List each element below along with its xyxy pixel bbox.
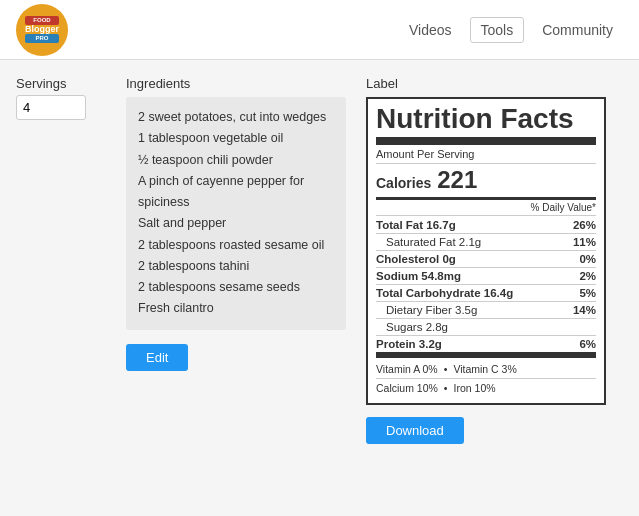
calories-row: Calories 221 <box>376 166 596 200</box>
ingredient-7: 2 tablespoons tahini <box>138 256 334 277</box>
ingredient-9: Fresh cilantro <box>138 298 334 319</box>
calcium: Calcium 10% <box>376 382 438 394</box>
nav-community[interactable]: Community <box>532 18 623 42</box>
logo-blogger: Blogger <box>25 25 59 35</box>
download-button[interactable]: Download <box>366 417 464 444</box>
row-protein: Protein 3.2g 6% <box>376 336 596 352</box>
ingredients-label: Ingredients <box>126 76 346 91</box>
calories-value: 221 <box>437 166 477 194</box>
minerals-row: Calcium 10% • Iron 10% <box>376 379 596 397</box>
iron: Iron 10% <box>454 382 496 394</box>
edit-button[interactable]: Edit <box>126 344 188 371</box>
row-sodium-val: 2% <box>579 270 596 282</box>
logo: FOOD Blogger PRO <box>16 4 68 56</box>
servings-label: Servings <box>16 76 106 91</box>
servings-section: Servings <box>16 76 106 120</box>
vitamins-row: Vitamin A 0% • Vitamin C 3% <box>376 360 596 379</box>
ingredient-6: 2 tablespoons roasted sesame oil <box>138 235 334 256</box>
row-total-carb-label: Total Carbohydrate 16.4g <box>376 287 513 299</box>
label-panel: Label Nutrition Facts Amount Per Serving… <box>366 76 623 500</box>
ingredients-panel: Ingredients 2 sweet potatoes, cut into w… <box>126 76 346 500</box>
row-sugars-label: Sugars 2.8g <box>376 321 448 333</box>
nav-tools[interactable]: Tools <box>470 17 525 43</box>
vitamin-a: Vitamin A 0% <box>376 363 438 375</box>
row-total-carb-val: 5% <box>579 287 596 299</box>
row-sat-fat: Saturated Fat 2.1g 11% <box>376 234 596 251</box>
left-panel: Servings <box>16 76 106 500</box>
ingredient-8: 2 tablespoons sesame seeds <box>138 277 334 298</box>
row-sat-fat-val: 11% <box>573 236 596 248</box>
row-dietary-fiber-val: 14% <box>573 304 596 316</box>
thick-divider <box>376 352 596 358</box>
main-content: Servings Ingredients 2 sweet potatoes, c… <box>0 60 639 516</box>
calories-label: Calories <box>376 175 431 191</box>
row-total-fat: Total Fat 16.7g 26% <box>376 217 596 234</box>
row-protein-label: Protein 3.2g <box>376 338 442 350</box>
vitamin-c: Vitamin C 3% <box>453 363 516 375</box>
row-protein-val: 6% <box>579 338 596 350</box>
amount-per-serving: Amount Per Serving <box>376 148 596 164</box>
row-sat-fat-label: Saturated Fat 2.1g <box>376 236 481 248</box>
nav-videos[interactable]: Videos <box>399 18 462 42</box>
ingredient-4: A pinch of cayenne pepper for spiciness <box>138 171 334 214</box>
nav-bar: Videos Tools Community <box>399 17 623 43</box>
dv-header: % Daily Value* <box>376 202 596 216</box>
ingredient-5: Salt and pepper <box>138 213 334 234</box>
row-total-carb: Total Carbohydrate 16.4g 5% <box>376 285 596 302</box>
servings-input[interactable] <box>16 95 86 120</box>
minerals-separator: • <box>444 382 448 394</box>
row-dietary-fiber: Dietary Fiber 3.5g 14% <box>376 302 596 319</box>
row-total-fat-label: Total Fat 16.7g <box>376 219 456 231</box>
row-cholesterol: Cholesterol 0g 0% <box>376 251 596 268</box>
ingredient-3: ½ teaspoon chili powder <box>138 150 334 171</box>
row-cholesterol-label: Cholesterol 0g <box>376 253 456 265</box>
label-section-title: Label <box>366 76 623 91</box>
ingredient-2: 1 tablespoon vegetable oil <box>138 128 334 149</box>
row-sodium: Sodium 54.8mg 2% <box>376 268 596 285</box>
row-cholesterol-val: 0% <box>579 253 596 265</box>
vitamin-separator: • <box>444 363 448 375</box>
header: FOOD Blogger PRO Videos Tools Community <box>0 0 639 60</box>
ingredients-box: 2 sweet potatoes, cut into wedges 1 tabl… <box>126 97 346 330</box>
nutrition-facts-title: Nutrition Facts <box>376 105 596 145</box>
row-total-fat-val: 26% <box>573 219 596 231</box>
ingredient-1: 2 sweet potatoes, cut into wedges <box>138 107 334 128</box>
row-dietary-fiber-label: Dietary Fiber 3.5g <box>376 304 477 316</box>
nutrition-facts-box: Nutrition Facts Amount Per Serving Calor… <box>366 97 606 405</box>
row-sodium-label: Sodium 54.8mg <box>376 270 461 282</box>
logo-pro: PRO <box>25 34 59 43</box>
row-sugars: Sugars 2.8g <box>376 319 596 336</box>
